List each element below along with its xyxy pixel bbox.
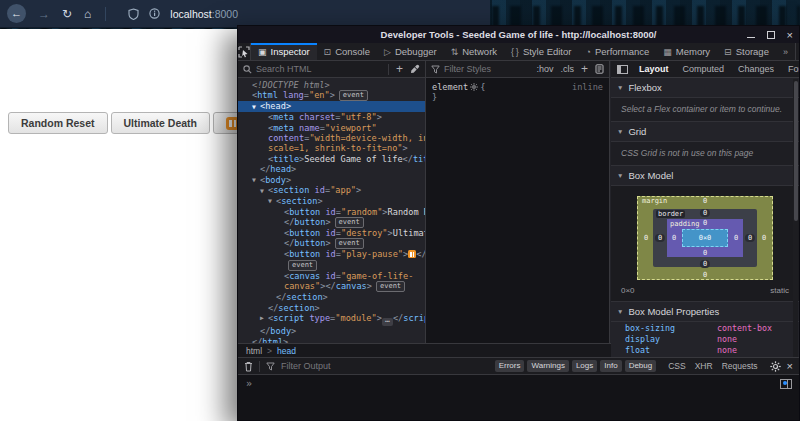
- add-node-button[interactable]: +: [396, 64, 403, 74]
- border-left-value[interactable]: 0: [655, 234, 665, 242]
- markup-line[interactable]: scale=1, shrink-to-fit=no">: [238, 143, 425, 153]
- rule-gear-icon[interactable]: [470, 83, 478, 91]
- info-icon[interactable]: [149, 8, 160, 19]
- devtools-tab-performance[interactable]: ◔Performance: [578, 43, 656, 60]
- devtools-titlebar[interactable]: Developer Tools - Seeded Game of life - …: [238, 26, 799, 43]
- console-filter-debug[interactable]: Debug: [625, 360, 657, 372]
- filter-output-input[interactable]: Filter Output: [281, 361, 331, 371]
- sidebar-tab-fonts[interactable]: Fonts: [781, 64, 799, 74]
- pick-element-icon[interactable]: [238, 43, 251, 60]
- markup-line[interactable]: ▼<body>: [238, 175, 425, 186]
- padding-right-value[interactable]: 0: [734, 234, 738, 242]
- devtools-tab-style-editor[interactable]: { }Style Editor: [504, 43, 578, 60]
- expand-arrow-icon[interactable]: ▼: [252, 175, 260, 185]
- expand-arrow-icon[interactable]: ▼: [252, 102, 260, 112]
- console-filter-xhr[interactable]: XHR: [695, 361, 713, 371]
- markup-line[interactable]: ▼<section id="app">: [238, 185, 425, 196]
- flexbox-section-header[interactable]: ▼Flexbox: [611, 78, 799, 98]
- markup-line[interactable]: canvas"></canvas>event: [238, 281, 425, 292]
- border-bottom-value[interactable]: 0: [700, 260, 710, 268]
- padding-left-value[interactable]: 0: [672, 234, 676, 242]
- random-reset-button[interactable]: Random Reset: [8, 112, 108, 134]
- event-badge[interactable]: event: [288, 260, 317, 271]
- markup-line[interactable]: <button id="play-pause"></button>: [238, 249, 425, 259]
- event-badge[interactable]: event: [335, 238, 364, 249]
- console-settings-icon[interactable]: [770, 361, 781, 372]
- layout-scrollbar[interactable]: [793, 79, 798, 357]
- markup-line[interactable]: <meta name="viewport": [238, 123, 425, 133]
- markup-line[interactable]: </body>: [238, 326, 425, 336]
- margin-top-value[interactable]: 0: [703, 197, 707, 205]
- event-badge[interactable]: event: [376, 281, 405, 292]
- close-console-icon[interactable]: ×: [787, 360, 793, 372]
- padding-top-value[interactable]: 0: [703, 219, 707, 227]
- sidebar-tab-computed[interactable]: Computed: [676, 64, 732, 74]
- markup-line[interactable]: </head>: [238, 164, 425, 174]
- markup-line[interactable]: </html>: [238, 337, 425, 344]
- console-filter-css[interactable]: CSS: [668, 361, 685, 371]
- back-icon[interactable]: ←: [7, 4, 26, 23]
- devtools-tab-memory[interactable]: ▦Memory: [656, 43, 717, 60]
- breadcrumb-item-html[interactable]: html: [246, 346, 262, 356]
- markup-line[interactable]: <!DOCTYPE html>: [238, 80, 425, 90]
- border-right-value[interactable]: 0: [745, 234, 755, 242]
- reload-icon[interactable]: ↻: [62, 7, 72, 21]
- filter-styles-input[interactable]: Filter Styles: [444, 64, 491, 74]
- expand-arrow-icon[interactable]: ▼: [260, 186, 268, 196]
- expand-arrow-icon[interactable]: ▼: [268, 196, 276, 206]
- console-filter-logs[interactable]: Logs: [572, 360, 597, 372]
- console-filter-requests[interactable]: Requests: [722, 361, 758, 371]
- maximize-icon[interactable]: [767, 31, 775, 39]
- breadcrumb-item-head[interactable]: head: [277, 346, 296, 356]
- margin-bottom-value[interactable]: 0: [703, 271, 707, 279]
- markup-line[interactable]: <canvas id="game-of-life-: [238, 271, 425, 281]
- devtools-tab-console[interactable]: ⊡Console: [317, 43, 377, 60]
- sidebar-tab-layout[interactable]: Layout: [632, 64, 676, 74]
- stylesheet-icon[interactable]: [595, 64, 604, 74]
- markup-line[interactable]: ▶<script type="module">…</script>: [238, 313, 425, 326]
- console-filter-info[interactable]: Info: [600, 360, 621, 372]
- devtools-tab-network[interactable]: ⇅Network: [444, 43, 504, 60]
- markup-line[interactable]: </section>: [238, 303, 425, 313]
- event-badge[interactable]: event: [339, 90, 368, 101]
- devtools-tab-debugger[interactable]: ▷Debugger: [377, 43, 444, 60]
- devtools-tab-more[interactable]: »: [776, 43, 795, 60]
- forward-icon[interactable]: →: [38, 7, 50, 21]
- console-sidebar-toggle-icon[interactable]: [780, 379, 792, 389]
- rule-selector[interactable]: element: [432, 82, 468, 92]
- markup-line[interactable]: <html lang="en">event: [238, 90, 425, 101]
- eyedropper-icon[interactable]: [410, 64, 420, 74]
- margin-right-value[interactable]: 0: [762, 234, 766, 242]
- border-top-value[interactable]: 0: [700, 209, 710, 217]
- markup-line[interactable]: ▼<section>: [238, 196, 425, 207]
- home-icon[interactable]: ⌂: [84, 7, 91, 21]
- add-rule-button[interactable]: +: [581, 64, 588, 74]
- markup-line[interactable]: <button id="random">Random Reset: [238, 207, 425, 217]
- search-html-input[interactable]: Search HTML: [256, 64, 312, 74]
- padding-bottom-value[interactable]: 0: [703, 249, 707, 257]
- markup-line[interactable]: </button>event: [238, 238, 425, 249]
- margin-left-value[interactable]: 0: [644, 234, 648, 242]
- box-model-section-header[interactable]: ▼Box Model: [611, 166, 799, 186]
- markup-line[interactable]: </button>event: [238, 217, 425, 228]
- markup-line[interactable]: ▼<head>: [238, 101, 425, 112]
- clear-console-icon[interactable]: [244, 361, 253, 372]
- sidebar-tab-changes[interactable]: Changes: [731, 64, 781, 74]
- sidebar-toggle-icon[interactable]: [611, 65, 632, 74]
- markup-line[interactable]: </section>: [238, 292, 425, 302]
- shield-icon[interactable]: [128, 8, 139, 20]
- collapsed-arrow-icon[interactable]: ▶: [260, 313, 268, 323]
- minimize-icon[interactable]: [747, 37, 755, 39]
- event-badge[interactable]: event: [335, 217, 364, 228]
- console-filter-errors[interactable]: Errors: [495, 360, 525, 372]
- devtools-tab-storage[interactable]: ⊟Storage: [717, 43, 776, 60]
- close-window-icon[interactable]: ×: [787, 31, 793, 39]
- console-filter-warnings[interactable]: Warnings: [527, 360, 569, 372]
- markup-line[interactable]: <button id="destroy">Ultimate Death: [238, 228, 425, 238]
- pseudo-class-toggle[interactable]: :hov: [536, 64, 553, 74]
- url-bar[interactable]: localhost:8000: [116, 8, 238, 20]
- console-prompt[interactable]: »: [246, 378, 252, 389]
- console-output[interactable]: »: [238, 375, 799, 420]
- markup-line[interactable]: <title>Seeded Game of life</title>: [238, 154, 425, 164]
- class-toggle[interactable]: .cls: [560, 64, 574, 74]
